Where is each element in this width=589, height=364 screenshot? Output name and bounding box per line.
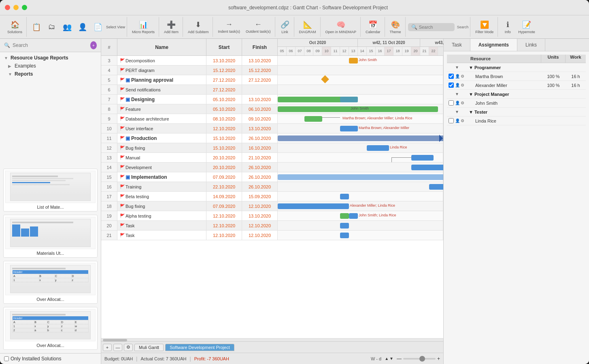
timeline-top: Oct 2020 w42, 11 Oct 2020 w43, 18 Oct 20… [278,39,443,47]
table-row[interactable]: 3 🚩Decomposition 13.10.2020 13.10.2020 J… [101,56,443,66]
info-button[interactable]: ℹ Info [500,19,515,35]
mindmap-button[interactable]: 🧠 Open in MINDMAP [323,19,359,35]
gantt-chart: # Name Start Finish Oct 2020 w42, 11 Oct… [101,39,443,364]
expand-arrow: ▼ [8,72,13,76]
sidebar-search-input[interactable] [13,42,88,48]
diagram-button[interactable]: 📐 DIAGRAM [297,19,319,35]
micro-reports-button[interactable]: 📊 Micro Reports [130,19,157,35]
resource-row[interactable]: 👤 ⚙ John Smith [447,99,586,108]
tab-links[interactable]: Links [517,39,545,51]
alexander-checkbox[interactable] [449,83,454,88]
bar-label: Martha Brown; Alexander Miller; Linda Ri… [342,116,413,120]
installed-solutions-checkbox[interactable] [4,356,9,361]
down-arrow[interactable]: ▼ [389,356,393,361]
resource-checkbox[interactable] [447,74,455,79]
zoom-plus[interactable]: + [437,356,440,362]
hypernote-button[interactable]: 📝 Hypernote [516,19,538,35]
tab-task[interactable]: Task [444,39,470,51]
table-row[interactable]: 14 🚩Development 20.10.2020 26.10.2020 [101,163,443,172]
config-icon[interactable]: ⚙ [461,101,464,105]
thumbnail-over-allocat2[interactable]: Header ABCDE 1xyzw 2abcd Over Allocat... [3,307,98,350]
table-row[interactable]: 16 🚩Training 22.10.2020 26.10.2020 [101,182,443,192]
view-user-button[interactable]: 👤 [75,21,90,33]
table-row[interactable]: 21 🚩Task 12.10.2020 12.10.2020 [101,231,443,240]
outdent-button[interactable]: ← Outdent task(s) [243,19,273,35]
table-row[interactable]: 20 🚩Task 12.10.2020 12.10.2020 [101,221,443,231]
add-item-button[interactable]: ➕ Add Item [162,19,181,35]
tab-muli-gantt[interactable]: Muli Gantt [134,344,164,351]
search-input[interactable] [419,25,451,30]
resource-checkbox[interactable] [447,83,455,88]
table-row[interactable]: 19 🚩Alpha testing 12.10.2020 13.10.2020 … [101,211,443,221]
martha-checkbox[interactable] [449,74,454,79]
filter-button[interactable]: 🔽 Filter Mode [473,19,496,35]
table-row[interactable]: 15 🚩▣Implementation 07.09.2020 26.10.202… [101,172,443,182]
table-row[interactable]: 12 🚩Bug fixing 15.10.2020 16.10.2020 Lin… [101,143,443,153]
settings-tab-button[interactable]: ⚙ [124,344,133,351]
group-icons: ▼ [455,110,467,114]
sidebar-add-button[interactable]: + [90,41,97,49]
resource-row[interactable]: 👤 ⚙ Martha Brown 100 % 16 h [447,72,586,81]
minimize-button[interactable] [13,5,19,10]
gantt-bar [349,58,358,63]
solutions-button[interactable]: 🏠 Solutions [5,19,25,35]
toolbar-search[interactable]: 🔍 [408,23,455,31]
config-icon[interactable]: ⚙ [461,119,464,123]
up-arrow[interactable]: ▲ [385,356,389,361]
add-subitem-button[interactable]: ⬇ Add Subitem [185,19,211,35]
scroll-thumb[interactable] [103,339,127,341]
table-row[interactable]: 18 🚩Bug fixing 07.09.2020 12.10.2020 Ale… [101,201,443,211]
zoom-minus[interactable]: — [397,356,402,362]
sidebar-item-reports[interactable]: ▼ Reports [0,70,101,78]
linda-checkbox[interactable] [449,118,454,123]
table-row[interactable]: 4 🚩PERT diagram 15.12.2020 15.12.2020 [101,66,443,75]
tab-software-dev[interactable]: Software Development Project [165,344,234,351]
calendar-button[interactable]: 📅 Calendar [363,19,383,35]
view-team-button[interactable]: 👥 [60,21,74,33]
thumbnail-materials-ut[interactable]: Materials Ut... [3,215,98,258]
close-button[interactable] [5,5,10,10]
remove-tab-button[interactable]: — [113,344,122,351]
resource-checkbox[interactable] [447,100,455,106]
sidebar-item-resource-usage[interactable]: ▼ Resource Usage Reports [0,54,101,62]
link-button[interactable]: 🔗 Link [278,19,292,35]
group-pm-label: ▼ Project Manager [467,91,541,98]
view-grid-button[interactable]: 🗂 [45,21,59,32]
resource-row[interactable]: 👤 ⚙ Alexander Miller 100 % 16 h [447,81,586,90]
thumbnail-list-of-mate[interactable]: List of Mate... [3,169,98,212]
day-19: 19 [402,47,411,55]
expand-icon[interactable]: ▼ [455,65,459,70]
view-list-button[interactable]: 📋 [29,21,44,33]
row-timeline [278,66,443,75]
view-doc-button[interactable]: 📄 [91,21,105,33]
table-row[interactable]: 13 🚩Manual 20.10.2020 21.10.2020 [101,153,443,163]
sidebar-item-examples[interactable]: ▶ Examples [0,62,101,70]
resource-checkbox[interactable] [447,118,455,123]
table-row[interactable]: 7 🚩▣Designing 05.10.2020 13.10.2020 [101,95,443,104]
thumbnail-over-allocat1[interactable]: Header ABCD 1xyz Over Allocat... [3,261,98,304]
table-row[interactable]: 6 🚩Send notifications 27.12.2020 [101,85,443,95]
table-row[interactable]: 17 🚩Beta testing 14.09.2020 15.09.2020 [101,192,443,201]
row-num: 15 [101,172,117,182]
table-row[interactable]: 11 🚩▣Production 15.10.2020 26.10.2020 [101,133,443,143]
table-row[interactable]: 5 🚩▣Planning approval 27.12.2020 27.12.2… [101,75,443,85]
gantt-bar [340,223,349,229]
config-icon[interactable]: ⚙ [461,74,464,78]
row-name: 🚩Bug fixing [117,143,206,152]
john-checkbox[interactable] [449,100,454,106]
indent-button[interactable]: → Indent task(s) [215,19,242,35]
table-row[interactable]: 8 🚩Feature 05.10.2020 06.10.2020 John Sm… [101,104,443,114]
add-tab-button[interactable]: + [103,344,112,351]
expand-icon[interactable]: ▼ [455,92,459,96]
config-icon[interactable]: ⚙ [461,83,464,87]
tab-assignments[interactable]: Assignments [470,39,517,51]
table-row[interactable]: 10 🚩User interface 12.10.2020 13.10.2020… [101,124,443,133]
gantt-bar [340,194,349,199]
table-row[interactable]: 9 🚩Database architecture 08.10.2020 09.1… [101,114,443,124]
theme-button[interactable]: 🎨 Theme [387,19,404,35]
expand-icon[interactable]: ▼ [455,110,459,114]
zoom-slider[interactable] [403,358,436,360]
resource-row[interactable]: 👤 ⚙ Linda Rice [447,116,586,125]
maximize-button[interactable] [22,5,27,10]
row-flag-icon: 🚩 [120,78,125,82]
